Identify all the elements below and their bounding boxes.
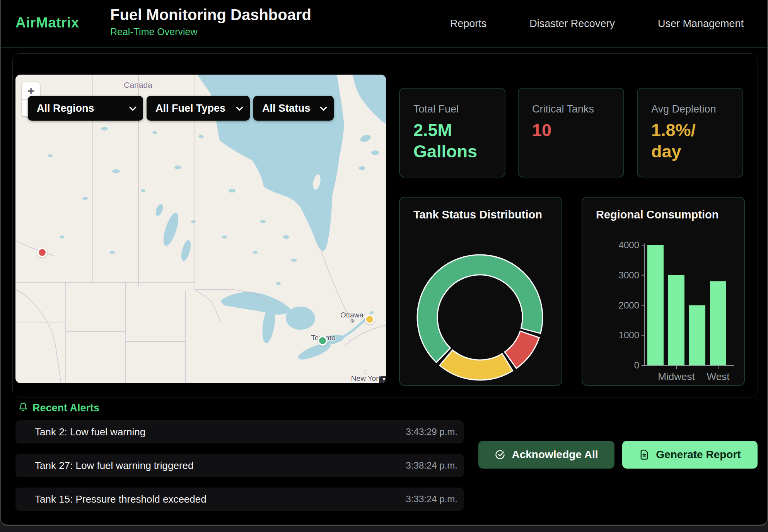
tank-marker-warning[interactable] — [365, 314, 375, 324]
new-york-city-dot — [365, 371, 367, 373]
kpi-value-line1: 10 — [532, 119, 551, 141]
region-filter-dropdown[interactable]: All Regions — [28, 96, 143, 121]
regional-consumption-bar-chart: 01000200030004000MidwestWest — [582, 198, 745, 386]
alert-text: Tank 15: Pressure threshold exceeded — [35, 493, 207, 505]
svg-text:4000: 4000 — [619, 240, 639, 250]
page-subtitle: Real-Time Overview — [110, 26, 311, 38]
kpi-value-line1: 1.8%/ — [651, 119, 696, 141]
acknowledge-all-label: Acknowledge All — [512, 448, 598, 461]
map-label-new-york: New York — [351, 374, 382, 383]
donut-segment-warning — [440, 350, 513, 380]
tank-marker-normal[interactable] — [317, 336, 328, 346]
region-filter-value: All Regions — [37, 102, 94, 114]
status-filter-dropdown[interactable]: All Status — [253, 96, 334, 121]
nav-user-management[interactable]: User Management — [658, 18, 744, 30]
tank-status-donut-chart — [400, 198, 562, 386]
generate-report-label: Generate Report — [656, 448, 741, 461]
svg-text:2000: 2000 — [619, 300, 639, 310]
nav-reports[interactable]: Reports — [450, 18, 487, 30]
consumption-bar-0 — [647, 245, 664, 365]
nav-disaster-recovery[interactable]: Disaster Recovery — [529, 18, 615, 30]
kpi-value-line2: day — [651, 141, 696, 162]
kpi-label: Total Fuel — [413, 103, 459, 115]
alert-row[interactable]: Tank 27: Low fuel warning triggered 3:38… — [15, 454, 464, 477]
kpi-value-line2: Gallons — [413, 141, 477, 162]
consumption-bar-2 — [689, 305, 705, 366]
kpi-card-avg-depletion: Avg Depletion 1.8%/ day — [637, 88, 743, 177]
x-axis-label: West — [707, 371, 730, 382]
map-label-ottawa: Ottawa — [340, 311, 364, 319]
page-title: Fuel Monitoring Dashboard — [110, 6, 311, 23]
ottawa-city-dot — [351, 319, 354, 323]
kpi-label: Critical Tanks — [532, 103, 594, 115]
app-logo: AirMatrix — [15, 15, 79, 31]
kpi-label: Avg Depletion — [651, 103, 716, 115]
dashboard-page: AirMatrix Fuel Monitoring Dashboard Real… — [0, 0, 768, 526]
kpi-card-critical-tanks: Critical Tanks 10 — [518, 88, 624, 177]
map-filter-bar: All Regions All Fuel Types All Status — [28, 96, 334, 121]
regional-consumption-panel: Regional Consumption 01000200030004000Mi… — [582, 197, 745, 386]
main-nav: Reports Disaster Recovery User Managemen… — [450, 0, 744, 48]
kpi-value: 1.8%/ day — [651, 119, 696, 162]
acknowledge-all-button[interactable]: Acknowledge All — [478, 441, 614, 469]
kpi-value: 2.5M Gallons — [413, 119, 477, 162]
kpi-card-total-fuel: Total Fuel 2.5M Gallons — [399, 88, 505, 177]
chevron-down-icon — [129, 104, 136, 111]
svg-text:0: 0 — [634, 360, 639, 370]
chevron-down-icon — [320, 104, 327, 111]
app-header: AirMatrix Fuel Monitoring Dashboard Real… — [1, 0, 767, 48]
recent-alerts-heading: Recent Alerts — [32, 402, 99, 414]
x-axis-label: Midwest — [658, 371, 695, 382]
report-document-icon — [639, 449, 650, 460]
chevron-down-icon — [236, 104, 243, 111]
fuel-type-filter-dropdown[interactable]: All Fuel Types — [147, 96, 250, 121]
alert-timestamp: 3:38:24 p.m. — [406, 460, 457, 471]
donut-segment-critical — [505, 331, 539, 368]
alert-row[interactable]: Tank 15: Pressure threshold exceeded 3:3… — [15, 488, 464, 511]
svg-text:1000: 1000 — [619, 330, 639, 340]
consumption-bar-3 — [710, 281, 726, 365]
map-drag-handle[interactable] — [379, 376, 386, 383]
alert-row[interactable]: Tank 2: Low fuel warning 3:43:29 p.m. — [15, 420, 464, 443]
svg-text:3000: 3000 — [619, 270, 639, 280]
fuel-type-filter-value: All Fuel Types — [155, 102, 225, 114]
tank-marker-critical[interactable] — [37, 247, 47, 257]
status-filter-value: All Status — [262, 102, 311, 114]
check-circle-icon — [495, 449, 505, 460]
alert-text: Tank 2: Low fuel warning — [35, 426, 145, 438]
consumption-bar-1 — [668, 275, 684, 365]
kpi-value: 10 — [532, 119, 551, 141]
dashboard-stage: AirMatrix Fuel Monitoring Dashboard Real… — [0, 0, 768, 532]
generate-report-button[interactable]: Generate Report — [622, 441, 758, 469]
bell-icon — [18, 401, 29, 414]
alert-text: Tank 27: Low fuel warning triggered — [35, 460, 193, 472]
map-label-canada: Canada — [124, 80, 152, 90]
alert-timestamp: 3:33:24 p.m. — [406, 494, 457, 505]
alert-timestamp: 3:43:29 p.m. — [406, 426, 457, 437]
fuel-map[interactable]: Canada Ottawa Toronto New York + − All R… — [15, 75, 386, 383]
kpi-value-line1: 2.5M — [413, 119, 477, 141]
tank-status-panel: Tank Status Distribution — [399, 197, 562, 386]
title-block: Fuel Monitoring Dashboard Real-Time Over… — [110, 6, 311, 38]
